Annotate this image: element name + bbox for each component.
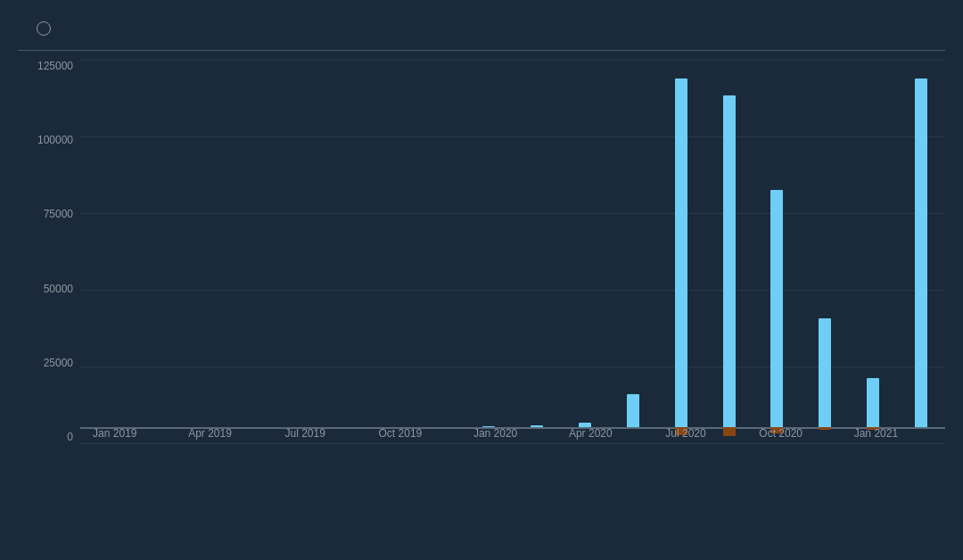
bar-group	[416, 60, 465, 443]
bar-positive	[915, 78, 927, 426]
x-axis: Jan 2019Apr 2019Jul 2019Oct 2019Jan 2020…	[80, 408, 945, 443]
y-axis: 125000 100000 75000 50000 25000 0	[18, 60, 80, 443]
y-label-125000: 125000	[37, 60, 73, 72]
bar-positive	[675, 78, 687, 426]
y-label-75000: 75000	[44, 208, 73, 220]
bar-group	[128, 60, 177, 443]
bar-group	[465, 60, 513, 443]
x-axis-label: Apr 2019	[188, 427, 232, 440]
bar-group	[513, 60, 561, 443]
header-section	[0, 0, 963, 43]
bar-positive	[770, 190, 783, 426]
bar-group	[561, 60, 609, 443]
bar-group	[801, 60, 849, 443]
y-label-0: 0	[67, 431, 73, 443]
bar-group	[897, 60, 945, 443]
bar-group	[753, 60, 801, 443]
bar-positive	[723, 95, 736, 427]
y-label-100000: 100000	[37, 134, 73, 146]
x-axis-label: Oct 2020	[759, 427, 802, 440]
x-axis-label: Apr 2020	[569, 427, 613, 440]
bar-group	[80, 60, 128, 443]
bar-group	[320, 60, 368, 443]
bar-group	[657, 60, 705, 443]
bar-group	[273, 60, 321, 443]
grid-line	[80, 443, 945, 444]
bar-group	[705, 60, 753, 443]
help-icon[interactable]	[37, 21, 51, 36]
x-axis-label: Jan 2019	[93, 427, 136, 440]
bar-group	[849, 60, 897, 443]
chart-inner: 125000 100000 75000 50000 25000 0 Jan 20…	[18, 60, 945, 479]
bar-group	[368, 60, 416, 443]
y-label-25000: 25000	[44, 357, 73, 369]
chart-area: 125000 100000 75000 50000 25000 0 Jan 20…	[18, 51, 945, 479]
x-axis-label: Jan 2021	[854, 427, 898, 440]
x-axis-label: Jul 2020	[665, 427, 705, 440]
x-axis-label: Jul 2019	[285, 427, 325, 440]
y-label-50000: 50000	[44, 283, 73, 295]
bar-group	[177, 60, 225, 443]
x-axis-label: Jan 2020	[473, 427, 517, 440]
bar-group	[609, 60, 657, 443]
x-axis-label: Oct 2019	[379, 427, 423, 440]
plot-area: Jan 2019Apr 2019Jul 2019Oct 2019Jan 2020…	[80, 60, 945, 443]
bars-container	[80, 60, 945, 443]
bar-group	[225, 60, 273, 443]
